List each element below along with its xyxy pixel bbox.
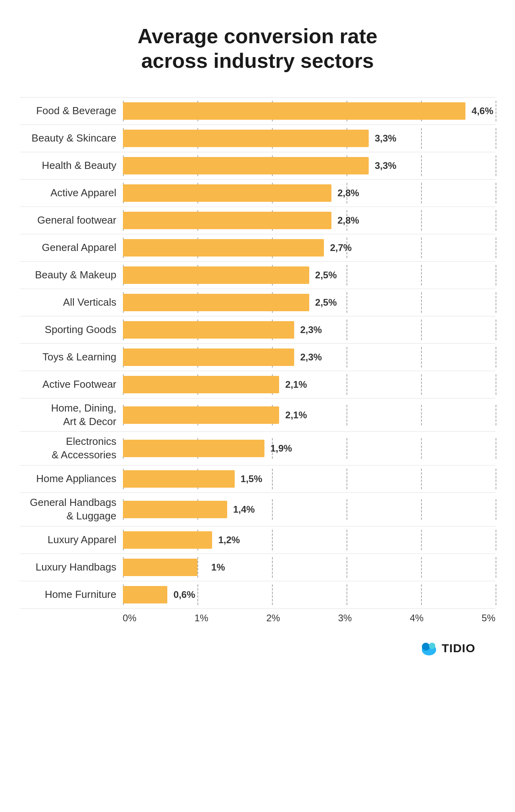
bar-row: Sporting Goods2,3% (20, 316, 496, 343)
grid-line (421, 128, 422, 149)
bar-value-label: 2,1% (285, 379, 307, 390)
bar-row: General Handbags& Luggage1,4% (20, 492, 496, 526)
grid-line (421, 438, 422, 459)
grid-line (421, 374, 422, 395)
grid-line (421, 265, 422, 285)
grid-line (421, 469, 422, 489)
bar: 2,3% (123, 349, 294, 366)
tidio-logo: TIDIO (420, 640, 475, 657)
bar-row: Food & Beverage4,6% (20, 97, 496, 124)
bar-row: All Verticals2,5% (20, 289, 496, 316)
grid-line (496, 557, 496, 578)
bar-col: 2,8% (123, 210, 496, 231)
bar-value-label: 2,5% (315, 270, 337, 281)
bar-col: 1% (123, 557, 496, 578)
bar: 1,5% (123, 470, 235, 488)
bar-label: Health & Beauty (20, 159, 123, 172)
grid-line (197, 584, 198, 605)
bar-value-label: 1,2% (218, 534, 240, 546)
x-tick-container: 0%1%2%3%4%5% (123, 613, 496, 624)
bar-label: All Verticals (20, 296, 123, 309)
grid-line (496, 210, 496, 231)
svg-point-2 (429, 643, 435, 649)
bar-label: Active Apparel (20, 186, 123, 200)
bar: 1% (123, 559, 197, 576)
bar-label: Beauty & Makeup (20, 268, 123, 282)
bar-col: 3,3% (123, 155, 496, 176)
bar: 4,6% (123, 102, 466, 120)
grid-line (496, 265, 496, 285)
bar-label: Luxury Handbags (20, 561, 123, 574)
bar-col: 2,3% (123, 320, 496, 340)
grid-line (496, 405, 496, 425)
grid-line (496, 438, 496, 459)
bar-label: Sporting Goods (20, 323, 123, 337)
grid-line (347, 469, 347, 489)
chart-title: Average conversion rate across industry … (138, 24, 377, 73)
bar-row: Active Footwear2,1% (20, 371, 496, 398)
bar: 2,5% (123, 266, 309, 284)
grid-line (272, 584, 273, 605)
chart-area: Food & Beverage4,6%Beauty & Skincare3,3%… (20, 97, 496, 609)
grid-line (496, 530, 496, 550)
bar-value-label: 1,5% (241, 473, 262, 485)
chart-container: Food & Beverage4,6%Beauty & Skincare3,3%… (20, 97, 496, 624)
grid-line (421, 347, 422, 368)
grid-line (421, 584, 422, 605)
x-tick: 1% (195, 613, 209, 624)
bar-row: Beauty & Makeup2,5% (20, 261, 496, 289)
bar-value-label: 1,9% (270, 443, 292, 454)
bar-value-label: 4,6% (472, 105, 494, 117)
grid-line (272, 530, 273, 550)
grid-line (347, 292, 347, 313)
grid-line (496, 183, 496, 203)
bar-col: 1,2% (123, 530, 496, 550)
bar-row: Toys & Learning2,3% (20, 343, 496, 371)
bar-label: Electronics& Accessories (20, 435, 123, 462)
grid-line (496, 155, 496, 176)
x-tick: 2% (266, 613, 280, 624)
bar-label: General Apparel (20, 241, 123, 255)
bar-value-label: 3,3% (375, 133, 396, 144)
bar-value-label: 2,1% (285, 410, 307, 421)
bar: 2,7% (123, 239, 324, 257)
bar-value-label: 2,5% (315, 297, 337, 308)
bar: 3,3% (123, 130, 369, 147)
grid-line (347, 320, 347, 340)
bar-row: Home Appliances1,5% (20, 465, 496, 492)
bar-col: 2,5% (123, 265, 496, 285)
grid-line (496, 101, 496, 121)
bar: 3,3% (123, 157, 369, 174)
bar-label: Luxury Apparel (20, 533, 123, 547)
bar-col: 0,6% (123, 584, 496, 605)
tidio-icon (420, 640, 438, 657)
bar-row: Active Apparel2,8% (20, 179, 496, 207)
bar-row: Beauty & Skincare3,3% (20, 124, 496, 152)
grid-line (496, 499, 496, 520)
x-tick: 5% (482, 613, 496, 624)
bar-col: 1,4% (123, 499, 496, 520)
grid-line (347, 374, 347, 395)
grid-line (197, 557, 198, 578)
bar-value-label: 2,8% (337, 215, 359, 226)
bar: 1,4% (123, 501, 227, 518)
bar-row: Home, Dining,Art & Decor2,1% (20, 398, 496, 432)
bar-label: Home Appliances (20, 472, 123, 486)
bar-col: 1,5% (123, 469, 496, 489)
x-axis: 0%1%2%3%4%5% (20, 613, 496, 624)
grid-line (272, 469, 273, 489)
bar-label: Active Footwear (20, 378, 123, 391)
bar-label: General footwear (20, 214, 123, 227)
bar-label: Home Furniture (20, 588, 123, 601)
tidio-text: TIDIO (442, 642, 475, 655)
grid-line (421, 183, 422, 203)
grid-line (496, 347, 496, 368)
grid-line (347, 530, 347, 550)
bar: 2,8% (123, 184, 331, 202)
grid-line (496, 128, 496, 149)
bar-label: Toys & Learning (20, 350, 123, 364)
grid-line (347, 347, 347, 368)
bar-row: General footwear2,8% (20, 207, 496, 234)
bar-row: Home Furniture0,6% (20, 581, 496, 609)
grid-line (421, 530, 422, 550)
